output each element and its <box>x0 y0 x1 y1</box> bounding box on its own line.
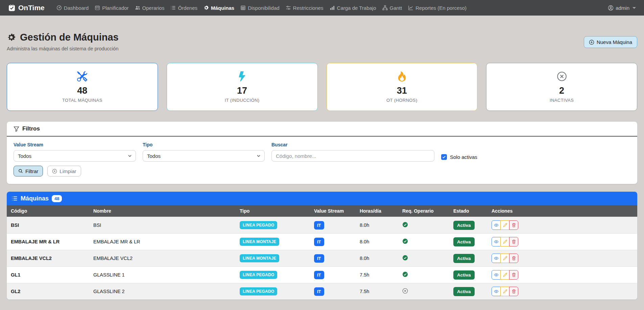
new-machine-button[interactable]: Nueva Máquina <box>584 36 637 48</box>
machines-tbody: BSI BSI LINEA PEGADO IT 8.0h Activa <box>7 217 637 300</box>
cell-horas: 7.5h <box>356 267 398 283</box>
buscar-label: Buscar <box>271 142 434 147</box>
sliders-icon <box>286 5 291 10</box>
funnel-icon <box>14 126 19 132</box>
eye-icon <box>494 272 499 277</box>
delete-button[interactable] <box>509 220 518 230</box>
operator-not-required-icon <box>402 288 408 294</box>
edit-button[interactable] <box>500 254 509 263</box>
operator-required-icon <box>402 271 408 277</box>
value-stream-select[interactable]: Todos <box>14 150 136 162</box>
list-icon <box>11 195 18 201</box>
view-button[interactable] <box>492 270 501 280</box>
view-button[interactable] <box>492 237 501 246</box>
solo-activas-label: Solo activas <box>450 154 477 160</box>
delete-button[interactable] <box>509 270 518 280</box>
row-actions <box>492 254 518 263</box>
estado-badge: Activa <box>453 270 475 280</box>
cell-nombre: GLASSLINE 2 <box>89 283 236 300</box>
stat-label: OT (HORNOS) <box>386 98 418 103</box>
stat-label: TOTAL MÁQUINAS <box>62 98 102 103</box>
page-subtitle: Administra las máquinas del sistema de p… <box>7 46 119 51</box>
value-stream-badge: IT <box>314 254 324 263</box>
machines-page: Gestión de Máquinas Administra las máqui… <box>0 32 644 300</box>
eye-icon <box>494 289 499 294</box>
edit-button[interactable] <box>500 220 509 230</box>
stat-card[interactable]: 48 TOTAL MÁQUINAS <box>7 63 158 111</box>
col-codigo: Código <box>7 205 89 217</box>
tipo-badge: LINEA PEGADO <box>240 221 277 229</box>
stat-card[interactable]: 2 INACTIVAS <box>486 63 637 111</box>
row-actions <box>492 220 518 230</box>
bar-chart-icon <box>330 5 335 10</box>
user-menu[interactable]: admin <box>608 5 636 11</box>
stat-card[interactable]: 31 OT (HORNOS) <box>327 63 478 111</box>
search-input[interactable] <box>271 150 434 162</box>
delete-button[interactable] <box>509 237 518 246</box>
eye-icon <box>494 239 499 244</box>
stat-label: INACTIVAS <box>550 98 574 103</box>
nav-item-reportes[interactable]: Reportes (En porceso) <box>405 3 470 13</box>
filters-panel: Filtros Value Stream Todos Tipo <box>7 122 637 184</box>
filters-title: Filtros <box>22 125 40 132</box>
edit-button[interactable] <box>500 287 509 296</box>
row-actions <box>492 270 518 280</box>
brand[interactable]: OnTime <box>8 4 45 12</box>
view-button[interactable] <box>492 220 501 230</box>
delete-button[interactable] <box>509 287 518 296</box>
edit-button[interactable] <box>500 270 509 280</box>
lightning-icon <box>237 71 247 81</box>
list-icon <box>170 5 176 10</box>
nav-item-disponibilidad[interactable]: Disponibilidad <box>237 3 282 13</box>
eye-icon <box>494 223 499 228</box>
speedometer-icon <box>56 5 62 10</box>
view-button[interactable] <box>492 254 501 263</box>
col-horas-dia: Horas/día <box>356 205 398 217</box>
delete-button[interactable] <box>509 254 518 263</box>
table-header-row: Código Nombre Tipo Value Stream Horas/dí… <box>7 205 637 217</box>
value-stream-badge: IT <box>314 238 324 246</box>
stat-value: 17 <box>237 86 247 96</box>
cell-nombre: EMBALAJE MR & LR <box>89 234 236 250</box>
table-row: GL1 GLASSLINE 1 LINEA PEGADO IT 7.5h Act… <box>7 267 637 283</box>
cell-codigo: BSI <box>7 217 89 234</box>
solo-activas-checkbox[interactable] <box>441 154 447 160</box>
nav-item-restricciones[interactable]: Restricciones <box>283 3 327 13</box>
trash-icon <box>511 239 516 244</box>
cell-nombre: EMBALAJE VCL2 <box>89 250 236 267</box>
page-title: Gestión de Máquinas <box>20 32 119 43</box>
limpiar-button[interactable]: Limpiar <box>47 166 81 176</box>
stat-value: 48 <box>77 86 87 96</box>
col-acciones: Acciones <box>487 205 637 217</box>
table-row: EMBALAJE VCL2 EMBALAJE VCL2 LINEA MONTAJ… <box>7 250 637 267</box>
plus-circle-icon <box>589 40 594 45</box>
nav-item-operarios[interactable]: Operarios <box>132 3 168 13</box>
tipo-select[interactable]: Todos <box>143 150 265 162</box>
nav-item-carga-de-trabajo[interactable]: Carga de Trabajo <box>327 3 379 13</box>
fire-icon <box>397 71 407 81</box>
operator-required-icon <box>402 238 408 244</box>
stat-card[interactable]: 17 IT (INDUCCIÓN) <box>167 63 318 111</box>
view-button[interactable] <box>492 287 501 296</box>
trash-icon <box>511 256 516 261</box>
edit-button[interactable] <box>500 237 509 246</box>
machines-panel: Máquinas 48 Código Nombre Tipo Value Str… <box>7 192 637 300</box>
main-nav: Dashboard Planificador Operarios Órdenes… <box>53 3 470 13</box>
filtrar-button[interactable]: Filtrar <box>14 166 43 176</box>
username: admin <box>616 5 629 11</box>
nav-item-planificador[interactable]: Planificador <box>92 3 132 13</box>
cell-codigo: EMBALAJE VCL2 <box>7 250 89 267</box>
value-stream-label: Value Stream <box>14 142 136 147</box>
nav-item-maquinas[interactable]: Máquinas <box>200 3 237 13</box>
diagram-icon <box>382 5 388 10</box>
calendar-plan-icon <box>95 5 100 10</box>
tipo-badge: LINEA PEGADO <box>240 287 277 295</box>
trash-icon <box>511 272 516 277</box>
trash-icon <box>511 289 516 294</box>
nav-item-ordenes[interactable]: Órdenes <box>167 3 200 13</box>
nav-item-gantt[interactable]: Gantt <box>379 3 405 13</box>
estado-badge: Activa <box>453 237 475 246</box>
calendar-grid-icon <box>240 5 246 10</box>
col-req-operario: Req. Operario <box>398 205 449 217</box>
nav-item-dashboard[interactable]: Dashboard <box>53 3 92 13</box>
